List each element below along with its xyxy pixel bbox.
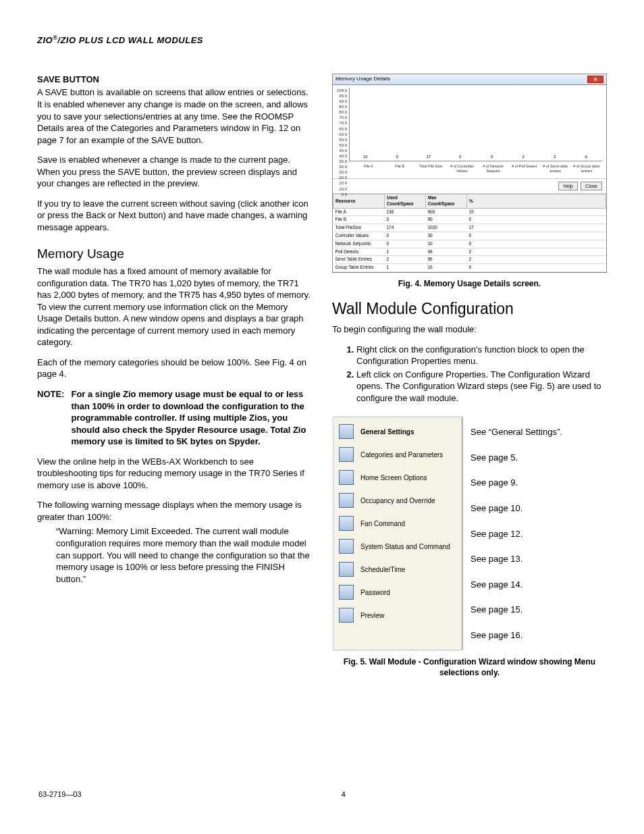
wizard-page-ref: See page 9. xyxy=(471,470,562,496)
y-tick: 85.0 xyxy=(337,104,347,109)
table-cell: Total FileSize xyxy=(333,224,385,232)
y-tick: 70.0 xyxy=(337,120,347,126)
wizard-menu-item[interactable]: Password xyxy=(333,581,462,604)
wizard-item-label: Fan Command xyxy=(360,519,405,529)
figure-4-caption: Fig. 4. Memory Usage Details screen. xyxy=(332,278,607,289)
right-column: Memory Usage Details ✕ 100.095.090.085.0… xyxy=(332,74,607,688)
bar-value-label: 2 xyxy=(554,154,556,159)
table-cell: 174 xyxy=(385,224,426,232)
y-tick: 30.0 xyxy=(337,164,347,170)
y-tick: 50.0 xyxy=(337,142,347,148)
note-body: For a single Zio memory usage must be eq… xyxy=(71,388,312,448)
wizard-item-label: Preview xyxy=(360,611,385,621)
table-row: Send Table Entries2962 xyxy=(333,256,606,264)
table-cell: 136 xyxy=(385,208,426,216)
table-cell: 90 xyxy=(426,216,467,224)
footer-page-number: 4 xyxy=(342,789,346,800)
y-tick: 60.0 xyxy=(337,132,347,137)
wizard-menu-item[interactable]: Categories and Parameters xyxy=(333,443,462,466)
table-cell: 17 xyxy=(467,224,606,232)
wizard-item-label: Occupancy and Override xyxy=(360,496,435,506)
wizard-item-icon xyxy=(339,516,354,531)
paragraph: Each of the memory categories should be … xyxy=(37,357,312,380)
footer-doc-id: 63-2719—03 xyxy=(38,789,82,800)
paragraph: View the online help in the WEBs-AX Work… xyxy=(37,456,312,492)
bar-value-label: 17 xyxy=(427,154,431,159)
wizard-item-icon xyxy=(339,608,354,623)
wizard-menu-item[interactable]: Occupancy and Override xyxy=(333,489,462,512)
table-cell: 2 xyxy=(467,248,606,256)
wizard-menu-item[interactable]: Home Screen Options xyxy=(333,466,462,489)
table-row: Controller Values0300 xyxy=(333,232,606,240)
left-column: SAVE BUTTON A SAVE button is available o… xyxy=(37,74,312,688)
paragraph: The following warning message displays w… xyxy=(37,499,312,523)
wizard-item-label: System Status and Command xyxy=(360,542,450,552)
save-button-heading: SAVE BUTTON xyxy=(37,74,312,86)
table-cell: File B xyxy=(333,216,385,224)
table-cell: Network Setpoints xyxy=(333,240,385,248)
window-title: Memory Usage Details xyxy=(336,76,390,83)
list-item: Left click on Configure Properties. The … xyxy=(356,369,607,405)
wizard-item-icon xyxy=(339,539,354,554)
x-tick: File B xyxy=(384,164,415,174)
note-block: NOTE: For a single Zio memory usage must… xyxy=(37,388,312,448)
wizard-menu-item[interactable]: Schedule/Time xyxy=(333,558,462,581)
list-item: Right click on the configuration's funct… xyxy=(356,344,607,367)
wizard-item-icon xyxy=(339,447,354,462)
y-tick: 45.0 xyxy=(337,148,347,153)
table-cell: 16 xyxy=(426,264,467,272)
chart-bars: 1501700226 xyxy=(350,88,602,161)
wizard-item-label: Schedule/Time xyxy=(360,565,405,575)
bar-value-label: 6 xyxy=(585,154,587,159)
y-tick: 95.0 xyxy=(337,93,347,99)
close-icon[interactable]: ✕ xyxy=(587,76,603,83)
bar-value-label: 2 xyxy=(522,154,524,159)
table-cell: 0 xyxy=(385,240,426,248)
x-tick: File A xyxy=(353,164,384,174)
y-tick: 100.0 xyxy=(337,88,347,93)
chart-x-axis: File AFile BTotal File Size# of Controll… xyxy=(333,163,606,178)
table-cell: 6 xyxy=(467,264,606,272)
paragraph: A SAVE button is available on screens th… xyxy=(37,86,312,146)
table-row: Poll Detects1482 xyxy=(333,248,606,256)
table-cell: 30 xyxy=(426,232,467,240)
bar-value-label: 15 xyxy=(363,154,368,159)
wizard-figure: General SettingsCategories and Parameter… xyxy=(332,416,607,651)
table-cell: 0 xyxy=(385,232,426,240)
x-tick: # of Controller Values xyxy=(446,164,477,174)
wizard-menu-item[interactable]: Preview xyxy=(333,604,462,627)
chart-y-axis: 100.095.090.085.080.075.070.065.060.055.… xyxy=(337,88,349,161)
wizard-page-ref: See page 14. xyxy=(471,572,562,598)
table-cell: 1020 xyxy=(426,224,467,232)
wizard-menu-item[interactable]: General Settings xyxy=(333,420,462,443)
table-cell: 0 xyxy=(385,216,426,224)
table-row: Network Setpoints0100 xyxy=(333,240,606,248)
y-tick: 20.0 xyxy=(337,175,347,180)
y-tick: 35.0 xyxy=(337,159,347,164)
wizard-item-label: General Settings xyxy=(360,427,414,437)
wizard-item-icon xyxy=(339,493,354,508)
table-cell: 0 xyxy=(467,232,606,240)
wizard-page-ref: See page 10. xyxy=(471,496,562,521)
note-label: NOTE: xyxy=(37,388,64,448)
y-tick: 90.0 xyxy=(337,99,347,104)
wizard-page-ref: See page 15. xyxy=(471,597,562,623)
paragraph: Save is enabled whenever a change is mad… xyxy=(37,154,312,190)
y-tick: 55.0 xyxy=(337,137,347,142)
help-button[interactable]: Help xyxy=(558,182,577,190)
y-tick: 80.0 xyxy=(337,109,347,115)
bar-value-label: 0 xyxy=(459,154,461,159)
wizard-page-ref: See page 16. xyxy=(471,623,562,648)
table-cell: 10 xyxy=(426,240,467,248)
memory-usage-window: Memory Usage Details ✕ 100.095.090.085.0… xyxy=(332,74,607,273)
wizard-item-label: Categories and Parameters xyxy=(360,450,443,460)
table-cell: 48 xyxy=(426,248,467,256)
table-header: % xyxy=(467,194,606,209)
figure-5-caption: Fig. 5. Wall Module - Configuration Wiza… xyxy=(332,656,607,678)
wizard-menu-item[interactable]: System Status and Command xyxy=(333,535,462,558)
document-header: ZIO®/ZIO PLUS LCD WALL MODULES xyxy=(37,34,607,47)
table-row: Total FileSize174102017 xyxy=(333,224,606,232)
wizard-menu-item[interactable]: Fan Command xyxy=(333,512,462,535)
memory-table: ResourceUsed Count/SpaceMax Count/Space%… xyxy=(333,194,606,272)
close-button[interactable]: Close xyxy=(581,182,602,190)
